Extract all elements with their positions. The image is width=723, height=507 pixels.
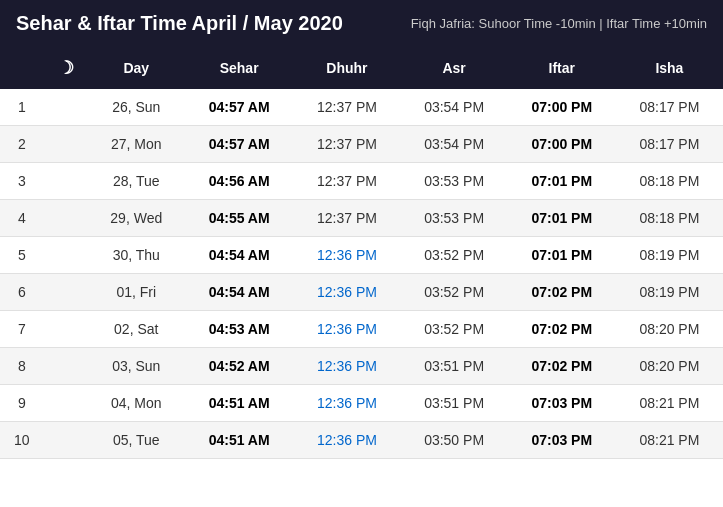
row-dhuhr: 12:36 PM <box>293 385 400 422</box>
table-row: 803, Sun04:52 AM12:36 PM03:51 PM07:02 PM… <box>0 348 723 385</box>
row-moon <box>44 200 88 237</box>
col-day-header: Day <box>88 47 185 89</box>
row-isha: 08:17 PM <box>616 89 723 126</box>
row-isha: 08:20 PM <box>616 348 723 385</box>
table-row: 1005, Tue04:51 AM12:36 PM03:50 PM07:03 P… <box>0 422 723 459</box>
row-isha: 08:18 PM <box>616 200 723 237</box>
row-iftar: 07:00 PM <box>508 126 616 163</box>
col-num <box>0 47 44 89</box>
col-iftar-header: Iftar <box>508 47 616 89</box>
row-sehar: 04:54 AM <box>185 237 293 274</box>
row-day: 03, Sun <box>88 348 185 385</box>
row-asr: 03:52 PM <box>401 311 508 348</box>
row-day: 29, Wed <box>88 200 185 237</box>
row-sehar: 04:54 AM <box>185 274 293 311</box>
row-asr: 03:54 PM <box>401 89 508 126</box>
row-asr: 03:52 PM <box>401 274 508 311</box>
row-iftar: 07:02 PM <box>508 274 616 311</box>
row-isha: 08:21 PM <box>616 385 723 422</box>
row-dhuhr: 12:36 PM <box>293 311 400 348</box>
row-dhuhr: 12:36 PM <box>293 348 400 385</box>
row-iftar: 07:00 PM <box>508 89 616 126</box>
table-row: 530, Thu04:54 AM12:36 PM03:52 PM07:01 PM… <box>0 237 723 274</box>
row-sehar: 04:57 AM <box>185 126 293 163</box>
row-iftar: 07:01 PM <box>508 163 616 200</box>
row-asr: 03:53 PM <box>401 163 508 200</box>
row-moon <box>44 237 88 274</box>
row-dhuhr: 12:36 PM <box>293 237 400 274</box>
row-iftar: 07:01 PM <box>508 237 616 274</box>
page-header: Sehar & Iftar Time April / May 2020 Fiqh… <box>0 0 723 47</box>
row-sehar: 04:51 AM <box>185 385 293 422</box>
col-dhuhr-header: Dhuhr <box>293 47 400 89</box>
row-asr: 03:51 PM <box>401 348 508 385</box>
table-row: 328, Tue04:56 AM12:37 PM03:53 PM07:01 PM… <box>0 163 723 200</box>
row-asr: 03:53 PM <box>401 200 508 237</box>
table-header-row: ☽ Day Sehar Dhuhr Asr Iftar Isha <box>0 47 723 89</box>
row-day: 27, Mon <box>88 126 185 163</box>
row-moon <box>44 274 88 311</box>
row-num: 3 <box>0 163 44 200</box>
table-row: 601, Fri04:54 AM12:36 PM03:52 PM07:02 PM… <box>0 274 723 311</box>
row-isha: 08:19 PM <box>616 274 723 311</box>
row-sehar: 04:51 AM <box>185 422 293 459</box>
row-isha: 08:17 PM <box>616 126 723 163</box>
row-isha: 08:19 PM <box>616 237 723 274</box>
row-dhuhr: 12:37 PM <box>293 89 400 126</box>
row-sehar: 04:57 AM <box>185 89 293 126</box>
row-isha: 08:20 PM <box>616 311 723 348</box>
row-moon <box>44 385 88 422</box>
table-row: 227, Mon04:57 AM12:37 PM03:54 PM07:00 PM… <box>0 126 723 163</box>
row-iftar: 07:02 PM <box>508 311 616 348</box>
row-day: 05, Tue <box>88 422 185 459</box>
table-row: 429, Wed04:55 AM12:37 PM03:53 PM07:01 PM… <box>0 200 723 237</box>
row-moon <box>44 163 88 200</box>
row-num: 1 <box>0 89 44 126</box>
col-moon: ☽ <box>44 47 88 89</box>
row-moon <box>44 89 88 126</box>
row-num: 5 <box>0 237 44 274</box>
row-iftar: 07:01 PM <box>508 200 616 237</box>
row-iftar: 07:03 PM <box>508 385 616 422</box>
row-day: 04, Mon <box>88 385 185 422</box>
row-num: 7 <box>0 311 44 348</box>
row-num: 10 <box>0 422 44 459</box>
row-day: 01, Fri <box>88 274 185 311</box>
row-sehar: 04:53 AM <box>185 311 293 348</box>
row-dhuhr: 12:37 PM <box>293 163 400 200</box>
row-num: 6 <box>0 274 44 311</box>
table-row: 702, Sat04:53 AM12:36 PM03:52 PM07:02 PM… <box>0 311 723 348</box>
row-day: 28, Tue <box>88 163 185 200</box>
row-dhuhr: 12:36 PM <box>293 274 400 311</box>
row-num: 4 <box>0 200 44 237</box>
row-sehar: 04:55 AM <box>185 200 293 237</box>
row-num: 2 <box>0 126 44 163</box>
prayer-times-table: ☽ Day Sehar Dhuhr Asr Iftar Isha 126, Su… <box>0 47 723 459</box>
col-asr-header: Asr <box>401 47 508 89</box>
row-isha: 08:18 PM <box>616 163 723 200</box>
row-sehar: 04:56 AM <box>185 163 293 200</box>
row-iftar: 07:02 PM <box>508 348 616 385</box>
moon-icon: ☽ <box>58 58 74 78</box>
row-dhuhr: 12:36 PM <box>293 422 400 459</box>
row-num: 8 <box>0 348 44 385</box>
fiqh-note: Fiqh Jafria: Suhoor Time -10min | Iftar … <box>411 16 707 31</box>
row-dhuhr: 12:37 PM <box>293 126 400 163</box>
row-iftar: 07:03 PM <box>508 422 616 459</box>
row-day: 26, Sun <box>88 89 185 126</box>
col-sehar-header: Sehar <box>185 47 293 89</box>
row-num: 9 <box>0 385 44 422</box>
table-row: 126, Sun04:57 AM12:37 PM03:54 PM07:00 PM… <box>0 89 723 126</box>
page-title: Sehar & Iftar Time April / May 2020 <box>16 12 343 35</box>
col-isha-header: Isha <box>616 47 723 89</box>
row-isha: 08:21 PM <box>616 422 723 459</box>
row-dhuhr: 12:37 PM <box>293 200 400 237</box>
row-sehar: 04:52 AM <box>185 348 293 385</box>
row-moon <box>44 311 88 348</box>
row-asr: 03:50 PM <box>401 422 508 459</box>
row-moon <box>44 348 88 385</box>
row-day: 30, Thu <box>88 237 185 274</box>
row-asr: 03:51 PM <box>401 385 508 422</box>
row-asr: 03:54 PM <box>401 126 508 163</box>
row-asr: 03:52 PM <box>401 237 508 274</box>
